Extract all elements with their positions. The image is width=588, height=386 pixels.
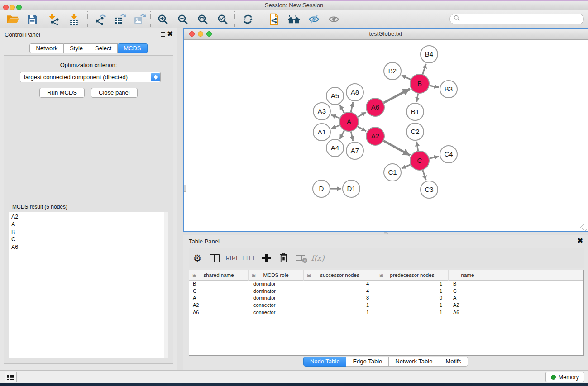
graph-node-C3[interactable]: C3 <box>421 181 438 198</box>
task-history-button[interactable] <box>5 372 17 382</box>
zoom-selected-button[interactable] <box>214 11 231 27</box>
result-list-scrollbar[interactable] <box>164 212 168 358</box>
table-cell[interactable]: 1 <box>376 302 449 309</box>
table-cell[interactable]: A6 <box>449 309 487 316</box>
table-cell[interactable]: A2 <box>189 302 249 309</box>
table-row[interactable]: A6connector11A6 <box>189 309 583 316</box>
result-list-item[interactable]: A6 <box>9 243 168 251</box>
network-graph[interactable]: B4B2BB3A8A5A6A3B1AC2A1A2A4A7C4CC1DD1C3 <box>184 40 588 231</box>
graph-edge-C-C2[interactable] <box>416 142 418 151</box>
graph-node-A[interactable]: A <box>339 112 359 131</box>
table-cell[interactable]: 4 <box>304 281 376 288</box>
zoom-out-button[interactable] <box>174 11 191 27</box>
zoom-fit-button[interactable] <box>194 11 211 27</box>
column-header[interactable]: name <box>449 270 487 281</box>
graph-edge-A-A4[interactable] <box>339 130 344 139</box>
split-pane-handle[interactable] <box>384 232 388 234</box>
main-titlebar[interactable]: Session: New Session <box>0 1 588 10</box>
tab-style[interactable]: Style <box>64 43 89 53</box>
graph-edge-A-A8[interactable] <box>351 102 353 112</box>
table-settings-button[interactable]: ⚙ <box>189 249 206 267</box>
tab-mcds[interactable]: MCDS <box>118 43 147 53</box>
graph-edge-A2-C[interactable] <box>383 141 410 155</box>
deselect-all-checks-button[interactable]: ☐☐ <box>240 249 258 267</box>
graph-node-D1[interactable]: D1 <box>343 180 360 197</box>
table-cell[interactable]: A <box>189 295 249 302</box>
table-row[interactable]: Cdominator41C <box>189 288 583 295</box>
table-cell[interactable]: 1 <box>304 309 376 316</box>
graph-edge-C-C4[interactable] <box>429 157 439 159</box>
run-mcds-button[interactable]: Run MCDS <box>39 88 85 98</box>
result-list-item[interactable]: A2 <box>9 213 168 221</box>
tab-edge-table[interactable]: Edge Table <box>346 357 389 367</box>
float-panel-icon[interactable] <box>161 32 165 37</box>
table-cell[interactable]: A6 <box>189 309 249 316</box>
column-header[interactable]: ⊞MCDS role <box>249 270 304 281</box>
table-cell[interactable]: dominator <box>249 295 304 302</box>
graph-edge-A-A5[interactable] <box>340 105 344 113</box>
graph-edge-A-A1[interactable] <box>331 125 340 129</box>
result-list-item[interactable]: B <box>9 229 168 236</box>
select-all-checks-button[interactable]: ☑☑ <box>223 249 240 267</box>
close-table-panel-icon[interactable]: ✖ <box>577 236 583 245</box>
save-session-button[interactable] <box>24 11 41 27</box>
table-cell[interactable]: A <box>449 295 487 302</box>
table-cell[interactable]: dominator <box>249 288 304 295</box>
tab-select[interactable]: Select <box>89 43 118 53</box>
show-column-button[interactable] <box>206 249 223 267</box>
graph-edge-B-B2[interactable] <box>402 75 411 79</box>
graph-node-B[interactable]: B <box>410 74 429 93</box>
optimization-criterion-select[interactable]: largest connected component (directed) <box>20 72 161 82</box>
zoom-in-button[interactable] <box>154 11 171 27</box>
table-cell[interactable]: 1 <box>304 302 376 309</box>
network-scrollbar-handle[interactable] <box>184 185 186 192</box>
table-cell[interactable]: 8 <box>304 295 376 302</box>
table-cell[interactable]: A2 <box>449 302 487 309</box>
close-panel-button[interactable]: Close panel <box>91 88 138 98</box>
graph-edge-B-B1[interactable] <box>417 94 418 102</box>
add-row-button[interactable] <box>258 249 275 267</box>
graph-edge-A-A2[interactable] <box>358 127 366 131</box>
graph-edge-A-A6[interactable] <box>358 112 366 117</box>
graph-node-D[interactable]: D <box>313 180 330 197</box>
tab-network-table[interactable]: Network Table <box>389 357 439 367</box>
select-stepper-icon[interactable] <box>151 73 160 81</box>
graph-node-C2[interactable]: C2 <box>406 123 424 140</box>
result-list-item[interactable]: C <box>9 236 168 243</box>
graph-node-A7[interactable]: A7 <box>346 142 363 159</box>
network-canvas[interactable]: B4B2BB3A8A5A6A3B1AC2A1A2A4A7C4CC1DD1C3 <box>184 40 588 231</box>
graph-node-A3[interactable]: A3 <box>313 103 330 120</box>
table-cell[interactable]: 0 <box>376 295 449 302</box>
export-table-button[interactable] <box>111 11 128 27</box>
table-row[interactable]: Bdominator41B <box>189 281 583 288</box>
graph-edge-C-C3[interactable] <box>423 170 426 180</box>
result-list-item[interactable]: A <box>9 221 168 229</box>
table-cell[interactable]: 4 <box>304 288 376 295</box>
delete-row-button[interactable] <box>275 249 292 267</box>
table-cell[interactable]: connector <box>249 309 304 316</box>
graph-node-C4[interactable]: C4 <box>440 146 457 163</box>
graph-node-A1[interactable]: A1 <box>313 124 330 141</box>
network-window-titlebar[interactable]: testGlobe.txt <box>184 29 588 40</box>
import-network-button[interactable] <box>45 11 62 27</box>
refresh-view-button[interactable] <box>239 11 256 27</box>
table-cell[interactable]: connector <box>249 302 304 309</box>
table-cell[interactable]: 1 <box>376 288 449 295</box>
column-header[interactable]: ⊞shared name <box>189 270 249 281</box>
table-cell[interactable]: B <box>449 281 487 288</box>
column-header[interactable]: ⊞predecessor nodes <box>376 270 449 281</box>
tab-node-table[interactable]: Node Table <box>303 357 347 367</box>
graph-edge-B-B4[interactable] <box>423 64 426 74</box>
graph-node-A2[interactable]: A2 <box>366 127 384 145</box>
graph-edge-C-C1[interactable] <box>402 165 411 169</box>
graph-node-B3[interactable]: B3 <box>440 81 457 98</box>
table-row[interactable]: Adominator80A <box>189 295 583 302</box>
graph-node-A6[interactable]: A6 <box>366 98 384 116</box>
search-input[interactable] <box>462 15 583 23</box>
graph-node-B1[interactable]: B1 <box>406 103 424 120</box>
graph-node-C[interactable]: C <box>410 151 429 170</box>
open-session-button[interactable] <box>4 11 21 27</box>
show-parent-network-button[interactable] <box>285 11 302 27</box>
search-field[interactable] <box>449 14 584 24</box>
hide-selected-button[interactable] <box>305 11 322 27</box>
